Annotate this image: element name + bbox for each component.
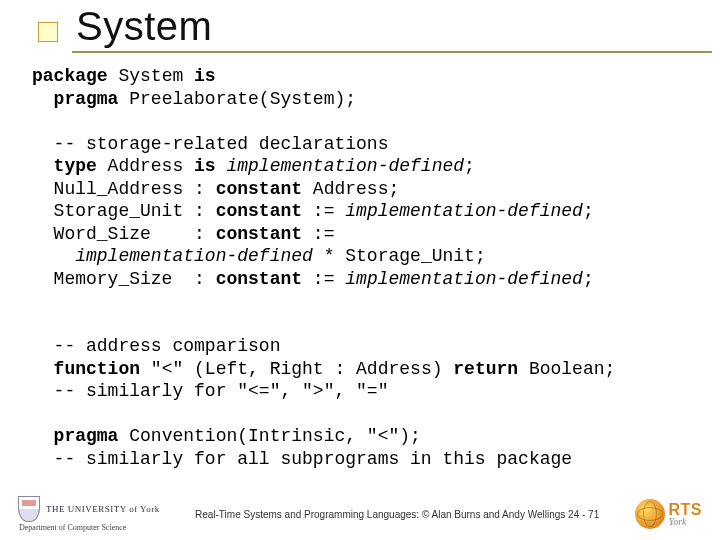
university-logo: THE UNIVERSITY of York Department of Com… (18, 496, 160, 532)
slide-footer: THE UNIVERSITY of York Department of Com… (0, 496, 720, 532)
title-underline (72, 51, 712, 53)
kw-return: return (453, 359, 518, 379)
shield-icon (18, 496, 40, 522)
university-name: THE UNIVERSITY of York (46, 505, 160, 514)
slide-title: System (76, 4, 720, 49)
rts-logo: RTS York (635, 499, 703, 529)
kw-constant: constant (216, 179, 302, 199)
rts-sublabel: York (669, 517, 703, 527)
kw-type: type (32, 156, 97, 176)
code-listing: package System is pragma Preelaborate(Sy… (0, 53, 720, 470)
department-name: Department of Computer Science (19, 524, 126, 532)
kw-function: function (32, 359, 140, 379)
slide-title-block: System (0, 0, 720, 53)
globe-icon (635, 499, 665, 529)
kw-is: is (194, 66, 216, 86)
kw-package: package (32, 66, 108, 86)
footer-caption: Real-Time Systems and Programming Langua… (160, 509, 635, 520)
title-bullet-icon (38, 22, 58, 42)
kw-pragma: pragma (32, 89, 118, 109)
